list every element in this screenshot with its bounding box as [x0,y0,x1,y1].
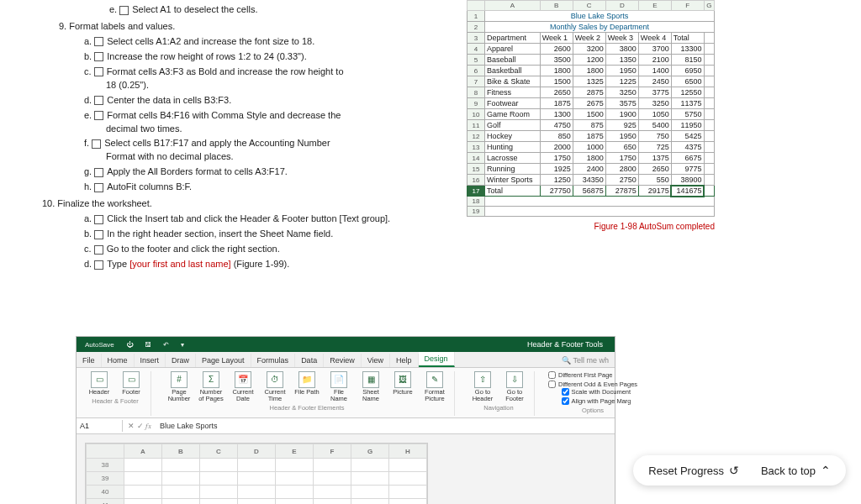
goto-footer-button[interactable]: ⇩Go to Footer [500,371,529,402]
element-button[interactable]: 📅Current Date [229,371,257,402]
step-9-heading: 9. Format labels and values. [59,20,462,34]
instruction-text: e. Select A1 to deselect the cells. 9. F… [59,2,462,273]
formula-bar: A1 ✕ ✓ 𝑓𝑥 Blue Lake Sports [77,418,615,434]
ribbon-tab[interactable]: Page Layout [196,354,251,367]
ribbon-tab[interactable]: Help [390,354,419,367]
element-button[interactable]: ⏱Current Time [261,371,289,402]
element-button[interactable]: 📄File Name [325,371,353,402]
ribbon-tab-design[interactable]: Design [419,352,455,367]
group-navigation: ⇧Go to Header ⇩Go to Footer Navigation [463,371,535,416]
element-button[interactable]: ΣNumber of Pages [197,371,225,402]
ribbon-tabs: FileHomeInsertDrawPage LayoutFormulasDat… [77,352,615,368]
element-button[interactable]: 🖼Picture [388,371,417,396]
element-button[interactable]: ▦Sheet Name [357,371,385,402]
chevron-up-icon: ⌃ [821,464,831,477]
fx-icon[interactable]: ✕ ✓ 𝑓𝑥 [123,420,156,433]
ribbon-tab[interactable]: Data [295,354,324,367]
footer-button[interactable]: ▭Footer [117,371,145,396]
ribbon-tab[interactable]: Formulas [251,354,296,367]
goto-header-button[interactable]: ⇧Go to Header [468,371,497,402]
header-button[interactable]: ▭Header [85,371,114,396]
worksheet-grid[interactable]: ABCDEFGH3839404142434445 [85,443,428,504]
element-button[interactable]: ✎Format Picture [420,371,449,402]
ribbon-tab[interactable]: Review [324,354,362,367]
tell-me[interactable]: 🔍 Tell me wh [556,354,615,367]
ribbon-tab[interactable]: Insert [135,354,166,367]
step-10-heading: 10. Finalize the worksheet. [42,197,462,211]
group-elements: #Page NumberΣNumber of Pages📅Current Dat… [160,371,455,416]
ribbon-body: ▭Header ▭Footer Header & Footer #Page Nu… [77,368,615,418]
contextual-tab-title: Header & Footer Tools [520,338,610,351]
reset-progress-button[interactable]: Reset Progress ↺ [648,464,739,477]
group-options: Different First Page Different Odd & Eve… [543,371,642,416]
formula-value[interactable]: Blue Lake Sports [156,420,221,432]
back-to-top-button[interactable]: Back to top ⌃ [761,464,831,477]
opt-diff-first[interactable]: Different First Page [548,371,637,379]
ribbon-tab[interactable]: File [77,354,102,367]
ribbon-tab[interactable]: View [362,354,390,367]
element-button[interactable]: #Page Number [165,371,193,402]
excel-window: AutoSave⏻🖫↶▾ Header & Footer Tools FileH… [76,336,615,504]
floating-actions: Reset Progress ↺ Back to top ⌃ [633,455,846,486]
quick-access-toolbar: AutoSave⏻🖫↶▾ Header & Footer Tools [77,337,615,352]
worksheet-preview: ABCDEFG1Blue Lake Sports2Monthly Sales b… [467,0,715,231]
group-header-footer: ▭Header ▭Footer Header & Footer [80,371,151,416]
name-box[interactable]: A1 [77,420,123,432]
reset-icon: ↺ [729,464,739,477]
element-button[interactable]: 📁File Path [293,371,321,396]
opt-diff-oddeven[interactable]: Different Odd & Even Pages [548,381,637,388]
opt-align[interactable]: Align with Page Marg [562,397,631,405]
ribbon-tab[interactable]: Home [102,354,135,367]
ribbon-tab[interactable]: Draw [166,354,196,367]
opt-scale[interactable]: Scale with Document [562,388,631,396]
figure-caption: Figure 1-98 AutoSum completed [467,222,715,231]
